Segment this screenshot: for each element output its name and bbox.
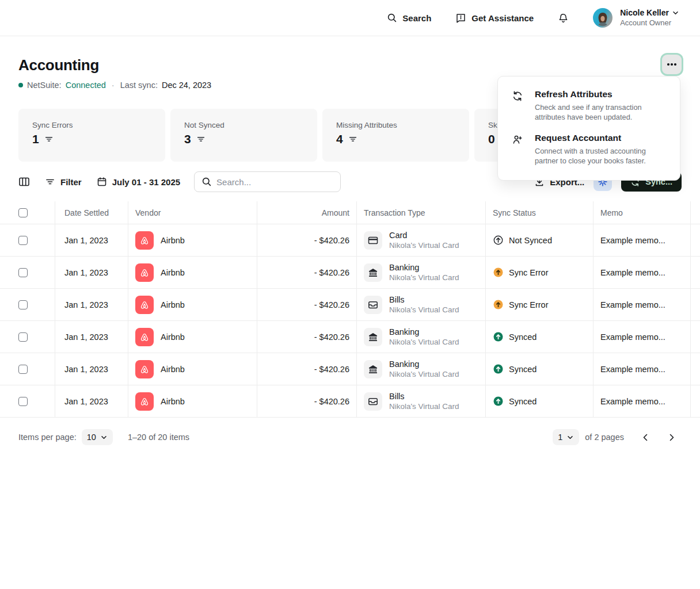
stat-value: 0: [488, 132, 495, 146]
bills-icon: [364, 392, 382, 411]
column-header-vendor[interactable]: Vendor: [128, 201, 257, 224]
status-error-icon: [493, 299, 504, 310]
cell-transaction-type: Banking Nikola's Virtual Card: [357, 353, 486, 385]
cell-memo: Example memo...: [594, 353, 691, 385]
date-range-button[interactable]: July 01 - 31 2025: [97, 177, 180, 187]
assistance-chat-icon: [455, 13, 466, 24]
column-header-date-settled[interactable]: Date Settled: [55, 201, 128, 224]
status-synced-icon: [493, 331, 504, 342]
cell-date-settled: Jan 1, 2023: [55, 321, 128, 353]
cell-amount: - $420.26: [257, 321, 357, 353]
table-body: Jan 1, 2023 Airbnb - $420.26 Card Nikola…: [0, 224, 700, 418]
last-sync-label: Last sync:: [120, 81, 158, 90]
get-assistance-button[interactable]: Get Assistance: [455, 13, 534, 24]
cell-vendor: Airbnb: [128, 385, 257, 417]
status-error-icon: [493, 267, 504, 278]
cell-transaction-type: Card Nikola's Virtual Card: [357, 224, 486, 256]
filter-icon[interactable]: [348, 135, 357, 144]
menu-item-description: Connect with a trusted accounting partne…: [535, 147, 666, 166]
cell-sync-status: Not Synced: [486, 224, 594, 256]
prev-page-button[interactable]: [641, 433, 650, 442]
columns-icon: [18, 176, 30, 188]
integration-status: Connected: [66, 81, 106, 90]
filter-icon[interactable]: [196, 135, 206, 144]
menu-item-title: Refresh Attributes: [535, 89, 666, 100]
cell-date-settled: Jan 1, 2023: [55, 289, 128, 320]
column-header-sync-status[interactable]: Sync Status: [486, 201, 594, 224]
items-range: 1–20 of 20 items: [128, 433, 189, 442]
person-plus-icon: [512, 134, 523, 166]
table-row[interactable]: Jan 1, 2023 Airbnb - $420.26 Card Nikola…: [0, 224, 700, 257]
row-checkbox[interactable]: [18, 236, 28, 245]
chevron-down-icon: [566, 434, 574, 441]
cell-sync-status: Sync Error: [486, 289, 594, 320]
airbnb-logo-icon: [135, 296, 154, 314]
table-row[interactable]: Jan 1, 2023 Airbnb - $420.26 Banking Nik…: [0, 321, 700, 353]
cell-vendor: Airbnb: [128, 289, 257, 320]
table-row[interactable]: Jan 1, 2023 Airbnb - $420.26 Bills Nikol…: [0, 289, 700, 321]
integration-label: NetSuite:: [27, 81, 62, 90]
page-select[interactable]: 1: [553, 429, 579, 445]
date-range-label: July 01 - 31 2025: [112, 177, 180, 187]
stat-value: 3: [184, 132, 191, 146]
page-title: Accounting: [18, 56, 682, 74]
airbnb-logo-icon: [135, 392, 154, 411]
cell-transaction-type: Banking Nikola's Virtual Card: [357, 321, 486, 353]
overflow-menu-button[interactable]: [662, 55, 682, 74]
user-name: Nicole Keller: [620, 8, 669, 18]
cell-sync-status: Synced: [486, 385, 594, 417]
menu-item-refresh-attributes[interactable]: Refresh Attributes Check and see if any …: [498, 85, 680, 128]
filter-button[interactable]: Filter: [45, 177, 82, 187]
table-header-row: Date Settled Vendor Amount Transaction T…: [0, 201, 700, 224]
stat-value: 1: [32, 132, 39, 146]
table-row[interactable]: Jan 1, 2023 Airbnb - $420.26 Bills Nikol…: [0, 385, 700, 418]
table-row[interactable]: Jan 1, 2023 Airbnb - $420.26 Banking Nik…: [0, 353, 700, 385]
page-size-select[interactable]: 10: [82, 429, 113, 445]
transactions-table: Date Settled Vendor Amount Transaction T…: [0, 201, 700, 418]
table-row[interactable]: Jan 1, 2023 Airbnb - $420.26 Banking Nik…: [0, 257, 700, 289]
columns-button[interactable]: [18, 176, 30, 188]
column-header-transaction-type[interactable]: Transaction Type: [357, 201, 486, 224]
last-sync-value: Dec 24, 2023: [162, 81, 211, 90]
row-checkbox[interactable]: [18, 397, 28, 406]
status-synced-icon: [493, 396, 504, 407]
cell-memo: Example memo...: [594, 224, 691, 256]
column-header-amount[interactable]: Amount: [257, 201, 357, 224]
row-checkbox[interactable]: [18, 332, 28, 342]
bell-icon: [558, 13, 569, 24]
next-page-button[interactable]: [667, 433, 676, 442]
menu-item-title: Request Accountant: [535, 133, 666, 143]
user-menu[interactable]: Nicole Keller Account Owner: [593, 8, 679, 28]
table-search-input[interactable]: [194, 171, 341, 192]
row-checkbox[interactable]: [18, 300, 28, 309]
bills-icon: [364, 296, 382, 314]
cell-transaction-type: Bills Nikola's Virtual Card: [357, 385, 486, 417]
cell-sync-status: Sync Error: [486, 257, 594, 288]
stat-card-missing-attributes: Missing Attributes 4: [322, 109, 469, 162]
cell-sync-status: Synced: [486, 321, 594, 353]
row-checkbox[interactable]: [18, 268, 28, 277]
select-all-checkbox[interactable]: [18, 208, 28, 217]
chevron-down-icon: [100, 434, 108, 441]
stat-card-sync-errors: Sync Errors 1: [18, 109, 165, 162]
filter-icon[interactable]: [44, 135, 54, 144]
global-search-button[interactable]: Search: [387, 13, 431, 23]
calendar-icon: [97, 177, 107, 187]
avatar: [593, 8, 612, 28]
status-synced-icon: [493, 364, 504, 374]
menu-item-request-accountant[interactable]: Request Accountant Connect with a truste…: [498, 128, 680, 172]
row-checkbox[interactable]: [18, 365, 28, 374]
cell-amount: - $420.26: [257, 353, 357, 385]
pagination-bar: Items per page: 10 1–20 of 20 items 1 of…: [0, 427, 700, 448]
cell-vendor: Airbnb: [128, 353, 257, 385]
cell-date-settled: Jan 1, 2023: [55, 385, 128, 417]
stat-label: Not Synced: [184, 121, 303, 129]
menu-item-description: Check and see if any transaction attribu…: [535, 103, 666, 123]
notifications-button[interactable]: [558, 13, 569, 24]
search-icon: [201, 177, 212, 187]
airbnb-logo-icon: [135, 328, 154, 346]
cell-transaction-type: Bills Nikola's Virtual Card: [357, 289, 486, 320]
column-header-memo[interactable]: Memo: [594, 201, 691, 224]
refresh-icon: [512, 90, 523, 123]
stat-label: Missing Attributes: [336, 121, 455, 129]
